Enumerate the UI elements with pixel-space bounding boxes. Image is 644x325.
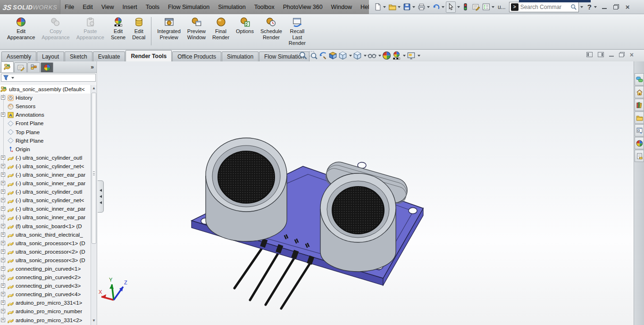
tree-item-part[interactable]: +(-) ultra_sonic_cylinder_outl	[0, 154, 91, 162]
featuremanager-tree-tab[interactable]	[1, 61, 14, 72]
tree-item-arduino[interactable]: +arduino_pro_micro_331<2>	[0, 316, 91, 325]
expand-icon[interactable]: +	[1, 275, 5, 279]
expand-icon[interactable]: +	[1, 206, 5, 211]
collapse-right-pane-icon[interactable]	[598, 52, 604, 57]
tree-item-history[interactable]: +History	[0, 94, 91, 102]
print-button[interactable]	[417, 1, 431, 13]
recall-last-render-button[interactable]: Recall Last Render	[285, 16, 309, 47]
configurationmanager-tab[interactable]	[27, 62, 40, 72]
traffic-light-icon[interactable]	[460, 1, 470, 13]
tree-item-sensors[interactable]: Sensors	[0, 102, 91, 111]
tab-simulation[interactable]: Simulation	[222, 51, 259, 61]
open-button[interactable]	[387, 1, 401, 13]
expand-icon[interactable]: +	[1, 318, 5, 322]
document-minimize-button[interactable]	[609, 53, 614, 57]
scroll-down-icon[interactable]: ▼	[92, 319, 96, 323]
previous-view-icon[interactable]	[318, 51, 327, 60]
expand-icon[interactable]: +	[1, 224, 5, 228]
expand-icon[interactable]: +	[1, 232, 5, 237]
tree-item-part[interactable]: +(-) ultra_sonic_inner_ear_par	[0, 213, 91, 222]
tree-item-part[interactable]: +(-) ultra_sonic_cylinder_outl	[0, 188, 91, 196]
display-style-icon[interactable]	[353, 51, 362, 60]
menu-photoview-360[interactable]: PhotoView 360	[279, 0, 327, 14]
menu-toolbox[interactable]: Toolbox	[250, 0, 279, 14]
edit-appearance-icon[interactable]	[382, 51, 391, 60]
expand-icon[interactable]: +	[1, 172, 5, 177]
search-input[interactable]	[520, 4, 569, 10]
menu-edit[interactable]: Edit	[78, 0, 97, 14]
tab-evaluate[interactable]: Evaluate	[93, 51, 125, 61]
chevron-down-icon[interactable]	[383, 6, 386, 8]
edit-scene-button[interactable]: Edit Scene	[108, 16, 129, 41]
tree-item-origin[interactable]: Origin	[0, 145, 91, 154]
tree-item-part[interactable]: +(-) ultra_sonic_inner_ear_par	[0, 171, 91, 179]
apply-scene-icon[interactable]	[392, 51, 401, 60]
tree-item-pin[interactable]: +connecting_pin_curved<2>	[0, 273, 91, 282]
edit-decal-button[interactable]: Edit Decal	[129, 16, 149, 41]
tree-item-arduino[interactable]: +arduino_pro_micro_number	[0, 307, 91, 316]
chevron-down-icon[interactable]	[378, 55, 381, 57]
search-icon[interactable]	[570, 4, 577, 10]
tree-item-part[interactable]: +(-) ultra_sonic_inner_ear_par	[0, 179, 91, 188]
expand-icon[interactable]: +	[1, 283, 5, 288]
menu-simulation[interactable]: Simulation	[214, 0, 250, 14]
expand-icon[interactable]: +	[1, 95, 5, 100]
expand-icon[interactable]: +	[1, 189, 5, 194]
render-options-button[interactable]: Options	[233, 16, 257, 35]
document-restore-button[interactable]	[619, 52, 625, 57]
tree-item-pin[interactable]: +connecting_pin_curved<1>	[0, 265, 91, 273]
displaymanager-tab[interactable]	[41, 62, 53, 72]
tab-sketch[interactable]: Sketch	[65, 51, 92, 61]
tree-item-part[interactable]: +(-) ultra_sonic_cylinder_net<	[0, 162, 91, 171]
3d-viewport[interactable]: X Y Z	[98, 61, 634, 325]
preview-window-button[interactable]: Preview Window	[184, 16, 209, 41]
tree-item-part[interactable]: +ultra_sonic_third_electrical_	[0, 231, 91, 239]
scrollbar-thumb[interactable]	[92, 93, 96, 244]
zoom-to-fit-icon[interactable]	[299, 51, 308, 60]
tree-item-assembly-root[interactable]: ultra_sonic_assembly (Default<	[0, 85, 91, 94]
chevron-down-icon[interactable]	[427, 6, 430, 8]
edit-properties-button[interactable]	[471, 1, 481, 13]
help-icon[interactable]: ?	[587, 3, 592, 11]
select-tool-button[interactable]	[446, 1, 456, 13]
expand-icon[interactable]: +	[1, 155, 5, 160]
tree-item-top-plane[interactable]: Top Plane	[0, 128, 91, 136]
close-button[interactable]: ×	[626, 5, 630, 9]
chevron-down-icon[interactable]	[398, 6, 401, 8]
zoom-to-area-icon[interactable]	[309, 51, 318, 60]
new-document-button[interactable]	[373, 1, 387, 13]
file-explorer-tab[interactable]	[635, 111, 644, 124]
ultrasonic-sensor-model[interactable]	[192, 138, 423, 308]
chevron-down-icon[interactable]	[492, 6, 494, 8]
tree-item-board[interactable]: +(f) ultra_sonic_board<1> (D	[0, 222, 91, 231]
search-commands-box[interactable]: >	[509, 2, 579, 12]
chevron-down-icon[interactable]	[349, 55, 352, 57]
minimize-button[interactable]	[602, 5, 607, 9]
tab-layout[interactable]: Layout	[37, 51, 64, 61]
save-button[interactable]	[402, 1, 416, 13]
expand-icon[interactable]: +	[1, 300, 5, 305]
chevron-down-icon[interactable]	[594, 6, 597, 8]
menu-flow-simulation[interactable]: Flow Simulation	[164, 0, 214, 14]
tab-office-products[interactable]: Office Products	[172, 51, 221, 61]
undo-button[interactable]	[431, 1, 445, 13]
tree-item-part[interactable]: +(-) ultra_sonic_cylinder_net<	[0, 196, 91, 205]
tree-item-right-plane[interactable]: Right Plane	[0, 137, 91, 145]
view-orientation-icon[interactable]	[338, 51, 347, 60]
expand-icon[interactable]: +	[1, 249, 5, 254]
menu-view[interactable]: View	[97, 0, 118, 14]
scrollbar-grip[interactable]	[93, 171, 95, 175]
edit-appearance-button[interactable]: Edit Appearance	[4, 16, 38, 41]
collapse-left-pane-icon[interactable]	[586, 52, 593, 57]
panel-splitter-handle[interactable]	[98, 180, 104, 213]
tab-render-tools[interactable]: Render Tools	[125, 50, 172, 61]
solidworks-resources-tab[interactable]	[635, 86, 644, 98]
schedule-render-button[interactable]: Schedule Render	[257, 16, 285, 41]
hide-show-items-icon[interactable]	[368, 51, 376, 60]
expand-icon[interactable]: +	[1, 164, 5, 168]
tree-item-annotations[interactable]: +Annotations	[0, 111, 91, 119]
propertymanager-tab[interactable]	[14, 62, 27, 72]
tree-item-processor[interactable]: +ultra_sonic_processor<3> (D	[0, 256, 91, 265]
document-close-button[interactable]: ×	[630, 52, 634, 57]
view-palette-tab[interactable]	[635, 124, 644, 137]
